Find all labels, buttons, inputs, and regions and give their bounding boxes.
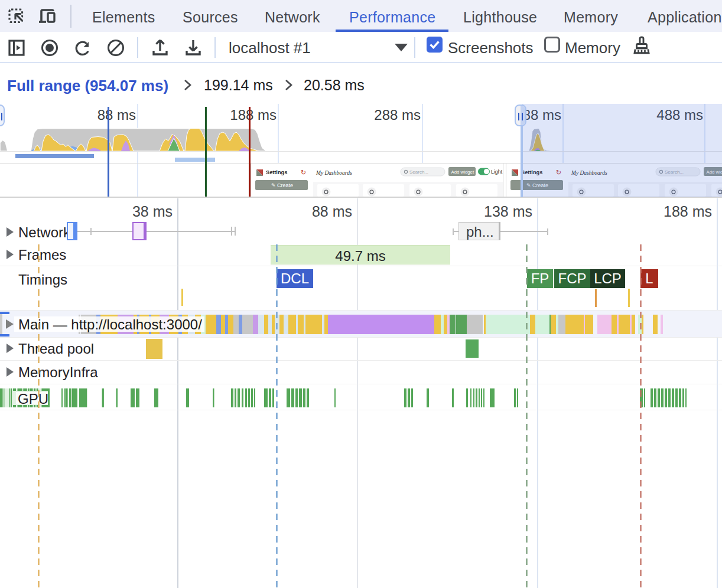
svg-text:Add widget +: Add widget + xyxy=(451,169,479,175)
svg-text:↻: ↻ xyxy=(301,169,306,176)
svg-text:✎ Create: ✎ Create xyxy=(271,182,293,188)
svg-text:Settings: Settings xyxy=(266,169,287,175)
svg-text:Search...: Search... xyxy=(409,169,428,175)
svg-text:Light: Light xyxy=(491,169,503,175)
svg-text:My Dashboards: My Dashboards xyxy=(316,170,352,176)
